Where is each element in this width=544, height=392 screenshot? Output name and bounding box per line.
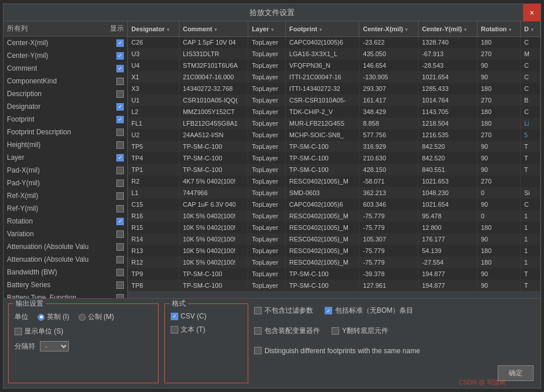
column-item[interactable]: Comment: [3, 62, 127, 75]
table-row: C15CAP 1uF 6.3V 040TopLayerCAPC0402(1005…: [128, 199, 541, 210]
csv-label: CSV (C): [181, 312, 207, 320]
table-row: U1CSR1010A05-IQQ(TopLayerCSR-CSR1010A05-…: [128, 94, 541, 106]
include-assembly-label: 包含装配变量器件: [264, 326, 320, 336]
table-header-cell[interactable]: Layer▼: [248, 21, 286, 36]
table-cell: 90: [477, 71, 520, 83]
imperial-radio[interactable]: 英制 (I): [38, 312, 69, 322]
table-cell: 90: [477, 141, 520, 152]
imperial-label: 英制 (I): [47, 312, 69, 322]
column-item-checkbox: [116, 294, 124, 299]
table-row: U3LIS331DLTRTopLayerLGA16-3X3X1_L435.050…: [128, 48, 541, 60]
column-item[interactable]: Ref-X(mil): [3, 189, 127, 202]
table-cell: 10K 5% 0402(100!: [179, 222, 248, 233]
table-cell: TP-SM-C-100: [179, 164, 248, 175]
table-header-cell[interactable]: Footprint▼: [285, 21, 359, 36]
table-cell: 161.417: [359, 94, 418, 106]
y-flip-checkbox[interactable]: [332, 327, 339, 335]
distinguish-footprints-checkbox[interactable]: [254, 347, 262, 354]
column-item[interactable]: Battery Type, Function: [3, 291, 127, 298]
column-item[interactable]: Layer: [3, 151, 127, 164]
column-item[interactable]: Variation: [3, 228, 127, 240]
table-cell: 603.346: [359, 199, 418, 210]
column-item-checkbox: [116, 167, 124, 174]
column-item[interactable]: Attenuation (Absolute Valu: [3, 253, 127, 266]
table-cell: TopLayer: [248, 222, 286, 233]
table-cell: LGA16-3X3X1_L: [285, 48, 359, 60]
table-cell: Li: [520, 118, 540, 129]
table-cell: C: [520, 83, 540, 94]
column-item[interactable]: Bandwidth (BW): [3, 266, 127, 279]
table-header-cell[interactable]: D▼: [520, 21, 540, 36]
column-item[interactable]: Footprint Description: [3, 126, 127, 138]
table-cell: RESC0402(1005)_M: [285, 222, 359, 233]
column-item-checkbox: [116, 52, 124, 60]
table-cell: T: [520, 141, 540, 152]
no-filter-checkbox[interactable]: [254, 307, 262, 314]
table-cell: 105.307: [359, 233, 418, 245]
table-cell: C15: [128, 199, 179, 210]
column-item[interactable]: Footprint: [3, 113, 127, 126]
table-cell: TopLayer: [248, 36, 286, 48]
data-table-container: Designator▼Comment▼Layer▼Footprint▼Cente…: [128, 21, 541, 298]
table-cell: -58.071: [359, 175, 418, 187]
table-cell: C26: [128, 36, 179, 48]
table-header-cell[interactable]: Center-X(mil)▼: [359, 21, 418, 36]
column-item[interactable]: Center-Y(mil): [3, 49, 127, 62]
table-cell: 90: [477, 199, 520, 210]
metric-radio[interactable]: 公制 (M): [79, 312, 114, 322]
csv-checkbox[interactable]: CSV (C): [171, 312, 207, 320]
table-cell: 842.520: [418, 141, 477, 152]
column-item[interactable]: Pad-Y(mil): [3, 177, 127, 189]
column-item-label: ComponentKind: [7, 77, 57, 85]
y-flip-label: Y翻转底层元件: [342, 326, 388, 336]
table-row: X121C00047-16.000TopLayerITTI-21C00047-1…: [128, 71, 541, 83]
include-assembly-checkbox[interactable]: [254, 327, 262, 335]
output-settings-title: 输出设置: [13, 299, 46, 309]
table-cell: R15: [128, 222, 179, 233]
column-item-checkbox: [116, 103, 124, 111]
table-row: R1510K 5% 0402(100!TopLayerRESC0402(1005…: [128, 222, 541, 233]
distinguish-footprints-option: Distinguish different footprints with th…: [254, 347, 420, 355]
table-cell: 0: [477, 210, 520, 222]
column-item[interactable]: Attenuation (Absolute Valu: [3, 240, 127, 253]
table-cell: TP-SM-C-100: [179, 141, 248, 152]
table-header-cell[interactable]: Comment▼: [179, 21, 248, 36]
table-cell: TP5: [128, 141, 179, 152]
table-cell: -67.913: [418, 48, 477, 60]
column-item[interactable]: Designator: [3, 100, 127, 113]
table-cell: 1: [520, 210, 540, 222]
table-cell: -75.779: [359, 257, 418, 268]
table-row: FL1LFB212G45SG8A1TopLayerMUR-LFB212G45S8…: [128, 118, 541, 129]
table-cell: 180: [477, 106, 520, 118]
left-panel: 所有列 显示 Center-X(mil)Center-Y(mil)Comment…: [3, 21, 128, 298]
table-cell: C: [520, 199, 540, 210]
table-cell: LFB212G45SG8A1: [179, 118, 248, 129]
table-header-cell[interactable]: Designator▼: [128, 21, 179, 36]
bottom-panel: 输出设置 单位 英制 (I) 公制 (M) 显示单位 (S: [3, 298, 541, 388]
include-standard-checkbox[interactable]: [325, 307, 332, 314]
options-row-1: 不包含过滤参数 包括标准（无BOM）条目: [254, 306, 536, 316]
column-item[interactable]: ComponentKind: [3, 75, 127, 87]
table-row: C26CAP 1.5pF 10V 04TopLayerCAPC0402(1005…: [128, 36, 541, 48]
main-content: 所有列 显示 Center-X(mil)Center-Y(mil)Comment…: [3, 21, 541, 298]
table-cell: -75.779: [359, 245, 418, 257]
column-item[interactable]: Description: [3, 87, 127, 100]
column-item[interactable]: Pad-X(mil): [3, 164, 127, 177]
table-cell: 362.213: [359, 187, 418, 199]
column-item[interactable]: Height(mil): [3, 138, 127, 151]
table-cell: R16: [128, 210, 179, 222]
separator-select[interactable]: - , ;: [40, 341, 69, 351]
table-header-cell[interactable]: Rotation▼: [477, 21, 520, 36]
show-unit-checkbox[interactable]: 显示单位 (S): [14, 327, 63, 336]
column-item[interactable]: Battery Series: [3, 279, 127, 291]
column-item[interactable]: Ref-Y(mil): [3, 202, 127, 215]
text-checkbox[interactable]: 文本 (T): [171, 325, 205, 335]
table-row: U4STM32F101T6U6ATopLayerVFQFPN36_N146.65…: [128, 60, 541, 71]
close-button[interactable]: ×: [523, 4, 541, 21]
table-header-cell[interactable]: Center-Y(mil)▼: [418, 21, 477, 36]
column-item[interactable]: Center-X(mil): [3, 36, 127, 49]
table-cell: 5: [520, 129, 540, 141]
table-cell: B: [520, 94, 540, 106]
table-cell: TP1: [128, 164, 179, 175]
column-item[interactable]: Rotation: [3, 215, 127, 228]
